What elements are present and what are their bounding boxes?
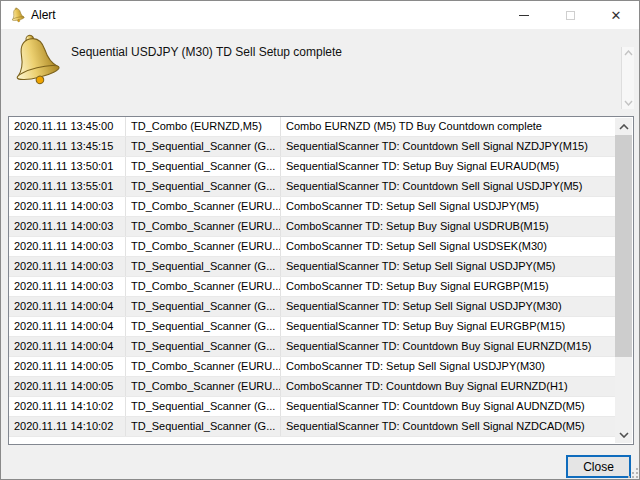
- alert-time: 2020.11.11 14:00:04: [9, 297, 126, 316]
- alert-row[interactable]: 2020.11.11 14:00:04 TD_Sequential_Scanne…: [9, 297, 616, 317]
- alert-source: TD_Combo_Scanner (EURU...: [126, 237, 281, 256]
- alert-time: 2020.11.11 14:00:04: [9, 317, 126, 336]
- alert-row[interactable]: 2020.11.11 14:10:02 TD_Sequential_Scanne…: [9, 417, 616, 437]
- window-title: Alert: [31, 8, 56, 22]
- alert-text: ComboScanner TD: Setup Sell Signal USDSE…: [281, 237, 616, 256]
- alert-rows: 2020.11.11 13:45:00 TD_Combo (EURNZD,M5)…: [9, 117, 616, 444]
- alert-time: 2020.11.11 14:00:04: [9, 337, 126, 356]
- alert-row[interactable]: 2020.11.11 14:00:05 TD_Combo_Scanner (EU…: [9, 377, 616, 397]
- alert-time: 2020.11.11 14:00:03: [9, 197, 126, 216]
- latest-alert-message: Sequential USDJPY (M30) TD Sell Setup co…: [71, 45, 342, 59]
- scroll-up-icon: [619, 124, 629, 130]
- alert-row[interactable]: 2020.11.11 14:00:03 TD_Combo_Scanner (EU…: [9, 217, 616, 237]
- alert-text: ComboScanner TD: Setup Buy Signal USDRUB…: [281, 217, 616, 236]
- alert-text: SequentialScanner TD: Setup Buy Signal E…: [281, 317, 616, 336]
- bell-icon: [10, 7, 25, 23]
- scrollbar-up-button[interactable]: [615, 118, 632, 135]
- alert-source: TD_Combo_Scanner (EURU...: [126, 357, 281, 376]
- alert-source: TD_Combo_Scanner (EURU...: [126, 377, 281, 396]
- alert-row[interactable]: 2020.11.11 13:45:00 TD_Combo (EURNZD,M5)…: [9, 117, 616, 137]
- alert-time: 2020.11.11 13:50:01: [9, 157, 126, 176]
- alert-text: Combo EURNZD (M5) TD Buy Countdown compl…: [281, 117, 616, 136]
- alert-row[interactable]: 2020.11.11 13:55:01 TD_Sequential_Scanne…: [9, 177, 616, 197]
- alert-time: 2020.11.11 13:45:00: [9, 117, 126, 136]
- alert-row[interactable]: 2020.11.11 14:00:03 TD_Combo_Scanner (EU…: [9, 197, 616, 217]
- scrollbar-thumb[interactable]: [615, 135, 632, 357]
- alert-row[interactable]: 2020.11.11 13:45:15 TD_Sequential_Scanne…: [9, 137, 616, 157]
- alert-time: 2020.11.11 13:55:01: [9, 177, 126, 196]
- alert-text: ComboScanner TD: Setup Sell Signal USDJP…: [281, 197, 616, 216]
- alert-source: TD_Combo_Scanner (EURU...: [126, 197, 281, 216]
- list-scrollbar[interactable]: [615, 118, 632, 443]
- minimize-button[interactable]: [501, 1, 547, 29]
- alert-text: ComboScanner TD: Setup Buy Signal EURGBP…: [281, 277, 616, 296]
- alert-row[interactable]: 2020.11.11 14:00:03 TD_Combo_Scanner (EU…: [9, 237, 616, 257]
- scroll-down-icon: [624, 100, 633, 106]
- scroll-down-icon: [619, 432, 629, 438]
- alert-bell-icon: [9, 32, 61, 88]
- alert-text: SequentialScanner TD: Countdown Buy Sign…: [281, 397, 616, 416]
- alert-time: 2020.11.11 14:00:03: [9, 237, 126, 256]
- alert-text: SequentialScanner TD: Countdown Sell Sig…: [281, 417, 616, 436]
- alert-source: TD_Sequential_Scanner (G...: [126, 397, 281, 416]
- alert-row[interactable]: 2020.11.11 13:50:01 TD_Sequential_Scanne…: [9, 157, 616, 177]
- alert-text: SequentialScanner TD: Setup Sell Signal …: [281, 297, 616, 316]
- scrollbar-down-button[interactable]: [615, 426, 632, 443]
- close-icon: ✕: [611, 9, 622, 22]
- maximize-icon: [566, 11, 575, 20]
- alert-source: TD_Sequential_Scanner (G...: [126, 157, 281, 176]
- maximize-button: [547, 1, 593, 29]
- alert-source: TD_Combo_Scanner (EURU...: [126, 277, 281, 296]
- minimize-icon: [519, 15, 529, 16]
- alert-dialog: Alert ✕ Sequential USDJPY (M30) TD Sell …: [0, 0, 640, 480]
- alert-source: TD_Sequential_Scanner (G...: [126, 137, 281, 156]
- message-scrollbar: [621, 47, 634, 109]
- alert-text: SequentialScanner TD: Countdown Sell Sig…: [281, 177, 616, 196]
- alert-text: SequentialScanner TD: Countdown Sell Sig…: [281, 137, 616, 156]
- alert-source: TD_Sequential_Scanner (G...: [126, 297, 281, 316]
- alert-source: TD_Sequential_Scanner (G...: [126, 317, 281, 336]
- alert-time: 2020.11.11 14:00:03: [9, 257, 126, 276]
- scroll-up-icon: [624, 50, 633, 56]
- alert-time: 2020.11.11 14:00:03: [9, 217, 126, 236]
- alert-source: TD_Sequential_Scanner (G...: [126, 337, 281, 356]
- alert-row[interactable]: 2020.11.11 14:00:03 TD_Combo_Scanner (EU…: [9, 277, 616, 297]
- alert-source: TD_Combo (EURNZD,M5): [126, 117, 281, 136]
- alert-text: ComboScanner TD: Countdown Buy Signal EU…: [281, 377, 616, 396]
- alert-source: TD_Sequential_Scanner (G...: [126, 417, 281, 436]
- alert-row[interactable]: 2020.11.11 14:10:02 TD_Sequential_Scanne…: [9, 397, 616, 417]
- resize-grip[interactable]: [628, 468, 640, 480]
- alert-row[interactable]: 2020.11.11 14:00:03 TD_Sequential_Scanne…: [9, 257, 616, 277]
- alert-row[interactable]: 2020.11.11 14:00:04 TD_Sequential_Scanne…: [9, 337, 616, 357]
- alert-row[interactable]: 2020.11.11 14:00:05 TD_Combo_Scanner (EU…: [9, 357, 616, 377]
- alert-time: 2020.11.11 14:10:02: [9, 417, 126, 436]
- alert-source: TD_Sequential_Scanner (G...: [126, 257, 281, 276]
- titlebar[interactable]: Alert ✕: [1, 1, 639, 29]
- alert-time: 2020.11.11 14:10:02: [9, 397, 126, 416]
- alert-time: 2020.11.11 13:45:15: [9, 137, 126, 156]
- alert-text: SequentialScanner TD: Countdown Buy Sign…: [281, 337, 616, 356]
- alert-time: 2020.11.11 14:00:05: [9, 377, 126, 396]
- alert-source: TD_Sequential_Scanner (G...: [126, 177, 281, 196]
- alert-text: ComboScanner TD: Setup Sell Signal USDJP…: [281, 357, 616, 376]
- alert-time: 2020.11.11 14:00:05: [9, 357, 126, 376]
- alert-list: 2020.11.11 13:45:00 TD_Combo (EURNZD,M5)…: [8, 116, 634, 445]
- alert-text: SequentialScanner TD: Setup Sell Signal …: [281, 257, 616, 276]
- close-button[interactable]: Close: [566, 455, 631, 478]
- alert-text: SequentialScanner TD: Setup Buy Signal E…: [281, 157, 616, 176]
- alert-time: 2020.11.11 14:00:03: [9, 277, 126, 296]
- alert-row[interactable]: 2020.11.11 14:00:04 TD_Sequential_Scanne…: [9, 317, 616, 337]
- close-window-button[interactable]: ✕: [593, 1, 639, 29]
- alert-source: TD_Combo_Scanner (EURU...: [126, 217, 281, 236]
